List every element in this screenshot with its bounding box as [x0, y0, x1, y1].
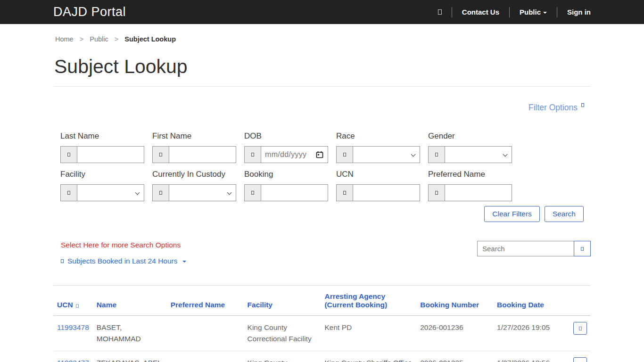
dob-date-input[interactable]: mm/dd/yyyy [261, 146, 328, 163]
cell-name: BASET, MOHAMMAD [93, 316, 167, 351]
col-booking-date[interactable]: Booking Date [493, 286, 567, 316]
booking-label: Booking [244, 170, 328, 179]
breadcrumb-separator: > [115, 35, 118, 43]
last-name-label: Last Name [60, 132, 144, 141]
race-select[interactable] [353, 146, 420, 163]
col-name[interactable]: Name [93, 286, 167, 316]
breadcrumb-home[interactable]: Home [55, 35, 74, 43]
field-race: Race [336, 132, 420, 163]
custody-select[interactable] [169, 184, 236, 201]
external-glyph-icon [581, 103, 584, 107]
table-row: 11993478 BASET, MOHAMMAD King County Cor… [53, 316, 591, 351]
field-currently-in-custody: Currently In Custody [152, 170, 236, 201]
col-ucn[interactable]: UCN [53, 286, 93, 316]
cell-booking-date: 1/27/2026 19:05 [493, 316, 567, 351]
nav-sign-in[interactable]: Sign in [567, 8, 591, 16]
table-header-row: UCN Name Preferred Name Facility Arresti… [53, 286, 591, 316]
preferred-name-label: Preferred Name [428, 170, 512, 179]
calendar-icon[interactable] [316, 151, 323, 160]
chevron-down-icon [503, 152, 508, 157]
brand-logo[interactable]: DAJD Portal [53, 5, 126, 19]
breadcrumb-separator: > [80, 35, 83, 43]
cell-preferred-name [167, 316, 244, 351]
first-name-input[interactable] [169, 146, 236, 163]
ucn-input[interactable] [353, 184, 420, 201]
field-dob: DOB mm/dd/yyyy [244, 132, 328, 163]
chevron-down-icon [411, 152, 416, 157]
custody-label: Currently In Custody [152, 170, 236, 179]
gender-label: Gender [428, 132, 512, 141]
title-divider [53, 86, 591, 87]
row-detail-button[interactable] [573, 322, 587, 335]
field-ucn: UCN [336, 170, 420, 201]
detail-glyph-icon [579, 327, 582, 330]
booked-last-24-hours-dropdown[interactable]: Subjects Booked in Last 24 Hours [61, 257, 186, 265]
cell-booking-number: 2026-001236 [416, 316, 493, 351]
cell-arresting-agency: Kent PD [321, 316, 416, 351]
more-search-options-link[interactable]: Select Here for more Search Options [61, 241, 186, 249]
navbar-links: Contact Us Public Sign in [438, 7, 591, 17]
booking-input[interactable] [261, 184, 328, 201]
addon-glyph-icon [244, 146, 261, 163]
ucn-link[interactable]: 11993478 [57, 323, 89, 331]
search-glyph-icon [581, 247, 584, 251]
sort-icon[interactable] [76, 304, 79, 308]
addon-glyph-icon [152, 184, 169, 201]
cell-arresting-agency: King County Sheriffs Office [321, 351, 416, 362]
race-label: Race [336, 132, 420, 141]
breadcrumb: Home > Public > Subject Lookup [53, 24, 591, 43]
facility-label: Facility [60, 170, 144, 179]
field-booking: Booking [244, 170, 328, 201]
addon-glyph-icon [60, 146, 77, 163]
table-search-button[interactable] [574, 241, 591, 256]
row-detail-button[interactable] [573, 357, 587, 362]
dob-label: DOB [244, 132, 328, 141]
table-search-group [477, 241, 591, 256]
cell-facility: King County Correctional Facility [244, 316, 321, 351]
last-name-input[interactable] [77, 146, 144, 163]
preferred-name-input[interactable] [445, 184, 512, 201]
field-preferred-name: Preferred Name [428, 170, 512, 201]
col-preferred-name[interactable]: Preferred Name [167, 286, 244, 316]
nav-public-dropdown[interactable]: Public [520, 8, 547, 16]
addon-glyph-icon [428, 146, 445, 163]
cell-booking-number: 2026-001235 [416, 351, 493, 362]
col-booking-number[interactable]: Booking Number [416, 286, 493, 316]
col-actions [567, 286, 591, 316]
gender-select[interactable] [445, 146, 512, 163]
page-title: Subject Lookup [53, 56, 591, 78]
addon-glyph-icon [152, 146, 169, 163]
field-facility: Facility [60, 170, 144, 201]
cell-preferred-name [167, 351, 244, 362]
col-arresting-agency[interactable]: Arresting Agency (Current Booking) [321, 286, 416, 316]
addon-glyph-icon [60, 184, 77, 201]
nav-divider [509, 7, 510, 17]
search-button[interactable]: Search [545, 206, 584, 222]
chevron-down-icon [182, 261, 186, 263]
col-facility[interactable]: Facility [244, 286, 321, 316]
first-name-label: First Name [152, 132, 236, 141]
field-first-name: First Name [152, 132, 236, 163]
addon-glyph-icon [336, 146, 353, 163]
nav-divider [557, 7, 557, 17]
breadcrumb-public[interactable]: Public [90, 35, 108, 43]
chevron-down-icon [543, 12, 547, 14]
cell-name: ZEKARAYAS, ABEL TEKLE [93, 351, 167, 362]
results-table: UCN Name Preferred Name Facility Arresti… [53, 285, 591, 362]
cell-booking-date: 1/27/2026 18:56 [493, 351, 567, 362]
navbar-glyph-icon[interactable] [438, 9, 442, 15]
filter-options-link[interactable]: Filter Options [528, 103, 584, 113]
chevron-down-icon [227, 190, 232, 195]
breadcrumb-current: Subject Lookup [124, 35, 176, 43]
clear-filters-button[interactable]: Clear Filters [484, 206, 540, 222]
facility-select[interactable] [77, 184, 144, 201]
ucn-link[interactable]: 11993477 [57, 359, 89, 362]
table-row: 11993477 ZEKARAYAS, ABEL TEKLE King Coun… [53, 351, 591, 362]
list-glyph-icon [61, 259, 64, 263]
field-last-name: Last Name [60, 132, 144, 163]
addon-glyph-icon [244, 184, 261, 201]
addon-glyph-icon [428, 184, 445, 201]
table-search-input[interactable] [477, 241, 574, 256]
field-gender: Gender [428, 132, 512, 163]
nav-contact-us[interactable]: Contact Us [462, 8, 499, 16]
